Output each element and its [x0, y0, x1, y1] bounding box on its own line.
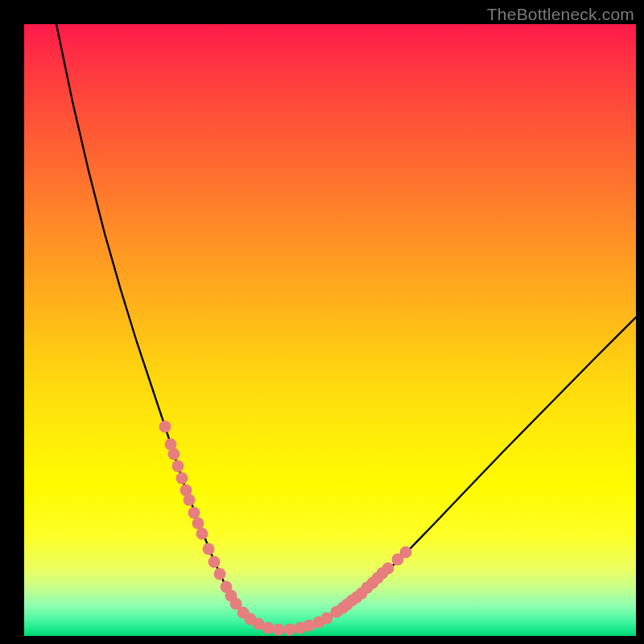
watermark-text: TheBottleneck.com [487, 5, 634, 24]
curve-marker [284, 624, 296, 636]
curve-marker [262, 622, 275, 634]
bottleneck-chart [24, 24, 636, 636]
plot-area [24, 24, 636, 636]
curve-marker [176, 473, 188, 485]
curve-marker [192, 518, 204, 530]
curve-marker [184, 494, 196, 506]
marker-layer [159, 421, 412, 636]
curve-marker [159, 421, 171, 433]
curve-marker [208, 556, 221, 568]
curve-marker [196, 528, 208, 540]
chart-frame: TheBottleneck.com [0, 0, 644, 644]
curve-marker [273, 624, 285, 636]
curve-marker [172, 460, 184, 473]
curve-marker [400, 547, 412, 559]
curve-marker [168, 448, 180, 460]
curve-marker [382, 563, 394, 575]
bottleneck-curve [56, 24, 636, 630]
curve-marker [188, 507, 200, 519]
curve-marker [214, 568, 226, 580]
curve-marker [203, 543, 215, 555]
